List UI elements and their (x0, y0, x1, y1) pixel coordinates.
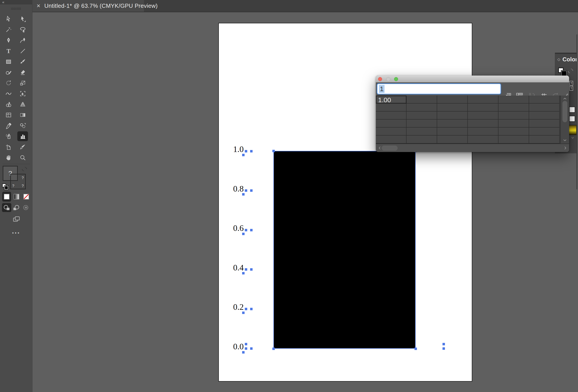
y-tick-label[interactable]: 0.0 (219, 342, 244, 351)
edit-toolbar-ellipsis[interactable]: ••• (8, 230, 24, 236)
zoom-tool[interactable] (17, 153, 28, 162)
scroll-down-icon[interactable] (563, 138, 567, 142)
y-tick-label[interactable]: 0.2 (219, 303, 244, 311)
default-fill-stroke-icon[interactable] (2, 184, 9, 190)
y-tick-label[interactable]: 1.0 (219, 145, 244, 153)
grid-cell[interactable] (498, 136, 529, 144)
none-button[interactable] (22, 192, 31, 201)
hand-tool[interactable] (3, 153, 14, 162)
grid-cell[interactable] (437, 103, 468, 111)
dialog-titlebar[interactable] (376, 76, 569, 82)
curvature-tool[interactable] (17, 35, 28, 45)
draw-behind-button[interactable] (11, 203, 21, 212)
white-swatch[interactable] (569, 116, 575, 122)
grid-cell[interactable] (406, 103, 437, 111)
grid-cell[interactable] (468, 136, 498, 144)
spectrum-swatch[interactable] (569, 125, 577, 135)
selection-handle[interactable] (442, 343, 445, 345)
selection-handle[interactable] (272, 150, 275, 152)
grid-cell[interactable] (529, 136, 560, 144)
selection-handle[interactable] (272, 347, 275, 350)
chevron-down-icon[interactable] (570, 136, 575, 140)
selection-handle[interactable] (250, 347, 253, 350)
grid-cell[interactable] (498, 96, 529, 103)
grid-cell[interactable] (468, 111, 498, 120)
selection-handle[interactable] (245, 268, 247, 271)
grid-cell[interactable] (529, 120, 560, 128)
selection-handle[interactable] (242, 154, 244, 156)
grid-cell[interactable] (498, 120, 529, 128)
y-tick-label[interactable]: 0.6 (219, 224, 244, 232)
width-tool[interactable] (3, 89, 14, 98)
selection-handle[interactable] (242, 233, 244, 235)
scroll-up-icon[interactable] (563, 97, 567, 101)
grid-cell[interactable] (529, 96, 560, 103)
minimize-button[interactable] (386, 77, 390, 81)
graph-bar[interactable] (273, 151, 416, 349)
grid-cell[interactable] (406, 136, 437, 144)
grid-cell[interactable] (437, 136, 468, 144)
swap-fill-stroke-icon[interactable] (21, 166, 28, 172)
eraser-tool[interactable] (17, 67, 28, 77)
grid-cell[interactable] (376, 111, 406, 120)
lasso-tool[interactable] (17, 25, 28, 34)
close-button[interactable] (378, 77, 382, 81)
grid-cell[interactable] (468, 120, 498, 128)
grid-cell[interactable] (498, 128, 529, 136)
panel-drag-handle[interactable] (11, 7, 21, 10)
selection-handle[interactable] (245, 308, 247, 310)
panel-collapse-icon[interactable]: ◇ (557, 57, 560, 62)
horizontal-scrollbar[interactable] (376, 144, 569, 152)
selection-handle[interactable] (250, 229, 253, 231)
vertical-scroll-thumb[interactable] (562, 101, 567, 122)
collapse-panel-icon[interactable]: « (0, 0, 32, 4)
selection-tool[interactable] (3, 14, 14, 24)
grid-cell[interactable] (529, 103, 560, 111)
slice-tool[interactable] (17, 142, 28, 152)
y-tick-label[interactable]: 0.4 (219, 263, 244, 272)
gradient-button[interactable] (12, 192, 21, 201)
grid-cell[interactable] (406, 120, 437, 128)
selection-handle[interactable] (242, 312, 244, 314)
grid-cell[interactable] (529, 128, 560, 136)
grid-cell[interactable] (376, 120, 406, 128)
selection-handle[interactable] (442, 347, 445, 350)
fill-unknown-swatch[interactable]: ? (569, 81, 573, 86)
column-graph-tool-selected[interactable] (17, 131, 28, 141)
white-swatch[interactable] (569, 107, 575, 113)
selection-handle[interactable] (250, 308, 253, 310)
grid-cell[interactable] (376, 128, 406, 136)
tab-close-icon[interactable]: ✕ (36, 3, 41, 9)
grid-cell[interactable] (437, 128, 468, 136)
grid-cell[interactable] (437, 120, 468, 128)
swap-fill-stroke-icon[interactable] (567, 68, 574, 74)
blend-tool[interactable] (17, 121, 28, 130)
shape-builder-tool[interactable] (3, 99, 14, 109)
selection-handle[interactable] (245, 343, 247, 345)
grid-cell[interactable] (468, 103, 498, 111)
draw-normal-button[interactable] (2, 203, 11, 212)
grid-cell[interactable] (529, 111, 560, 120)
grid-cell[interactable] (406, 128, 437, 136)
grid-cell-selected[interactable]: 1.00 (376, 96, 406, 103)
vertical-scrollbar[interactable] (560, 96, 569, 144)
grid-cell[interactable] (468, 96, 498, 103)
selection-handle[interactable] (250, 150, 253, 152)
perspective-grid-tool[interactable] (17, 99, 28, 109)
grid-cell[interactable] (498, 103, 529, 111)
selection-handle[interactable] (250, 189, 253, 192)
zoom-button[interactable] (394, 77, 398, 81)
selection-handle[interactable] (242, 193, 244, 196)
y-tick-label[interactable]: 0.8 (219, 185, 244, 193)
grid-cell[interactable] (437, 96, 468, 103)
horizontal-scroll-thumb[interactable] (382, 146, 398, 151)
scroll-left-icon[interactable] (378, 146, 382, 150)
symbol-sprayer-tool[interactable] (3, 131, 14, 141)
artboard-tool[interactable] (3, 142, 14, 152)
color-button[interactable] (2, 192, 11, 201)
gradient-tool[interactable] (17, 110, 28, 120)
grid-cell[interactable] (376, 103, 406, 111)
line-segment-tool[interactable] (17, 46, 28, 56)
type-tool[interactable]: T (3, 46, 14, 56)
eyedropper-tool[interactable] (3, 121, 14, 130)
